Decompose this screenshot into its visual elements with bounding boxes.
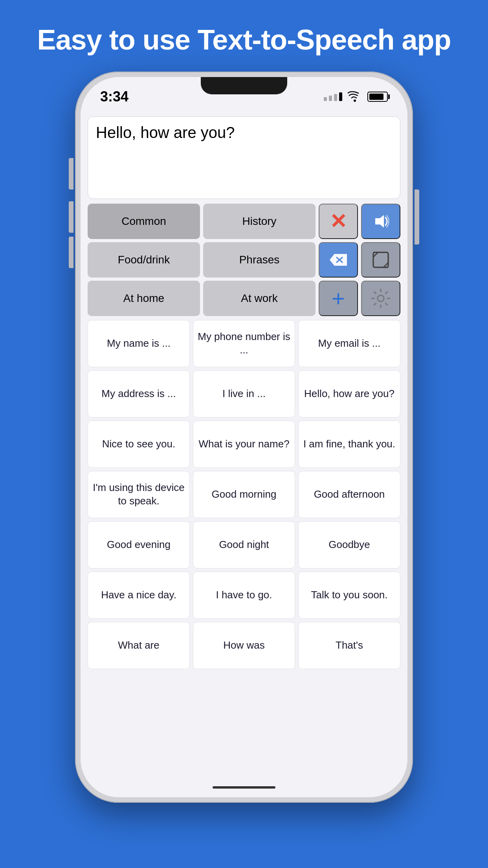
phrase-live-in[interactable]: I live in ...	[193, 370, 295, 417]
phrase-have-to-go[interactable]: I have to go.	[193, 572, 295, 619]
status-time: 3:34	[100, 88, 128, 105]
notch	[201, 77, 287, 94]
category-row-1: Common History ✕	[81, 204, 407, 239]
signal-icon	[324, 92, 342, 101]
gear-icon	[371, 289, 391, 308]
category-common-button[interactable]: Common	[88, 204, 200, 239]
status-icons	[324, 91, 388, 102]
phrase-good-night[interactable]: Good night	[193, 521, 295, 568]
backspace-button[interactable]	[319, 242, 358, 278]
home-indicator	[81, 778, 407, 797]
speak-button[interactable]	[361, 204, 400, 239]
svg-point-5	[378, 295, 384, 302]
app-content: Hello, how are you? Common History ✕	[81, 108, 407, 797]
phrase-phone-number[interactable]: My phone number is ...	[193, 320, 295, 367]
phrase-my-name-is[interactable]: My name is ...	[88, 320, 190, 367]
displayed-text: Hello, how are you?	[96, 124, 392, 142]
category-row-3: At home At work +	[81, 281, 407, 316]
phrase-talk-soon[interactable]: Talk to you soon.	[298, 572, 400, 619]
phone-frame: 3:34 He	[75, 72, 413, 803]
expand-button[interactable]	[361, 242, 400, 278]
battery-icon	[367, 92, 388, 102]
category-at-work-button[interactable]: At work	[203, 281, 316, 316]
phrase-what-name[interactable]: What is your name?	[193, 421, 295, 468]
phrase-i-am-fine[interactable]: I am fine, thank you.	[298, 421, 400, 468]
page-title: Easy to use Text-to-Speech app	[22, 0, 467, 72]
phrase-grid: My name is ... My phone number is ... My…	[81, 320, 407, 778]
category-phrases-button[interactable]: Phrases	[203, 242, 316, 278]
phrase-good-afternoon[interactable]: Good afternoon	[298, 471, 400, 518]
phrase-nice-day[interactable]: Have a nice day.	[88, 572, 190, 619]
category-row-2: Food/drink Phrases	[81, 242, 407, 278]
settings-button[interactable]	[361, 281, 400, 316]
phrase-how-was[interactable]: How was	[193, 622, 295, 669]
expand-icon	[371, 250, 391, 270]
add-phrase-button[interactable]: +	[319, 281, 358, 316]
home-bar	[213, 786, 275, 789]
phrase-hello-how[interactable]: Hello, how are you?	[298, 370, 400, 417]
text-display-area[interactable]: Hello, how are you?	[88, 116, 400, 199]
clear-button[interactable]: ✕	[319, 204, 358, 239]
phone-screen: 3:34 He	[81, 77, 407, 797]
svg-marker-1	[375, 215, 384, 228]
speaker-icon	[372, 213, 389, 229]
svg-point-0	[354, 99, 356, 102]
category-food-drink-button[interactable]: Food/drink	[88, 242, 200, 278]
phrase-email[interactable]: My email is ...	[298, 320, 400, 367]
phrase-address[interactable]: My address is ...	[88, 370, 190, 417]
wifi-icon	[348, 91, 362, 102]
category-history-button[interactable]: History	[203, 204, 316, 239]
phrase-using-device[interactable]: I'm using this device to speak.	[88, 471, 190, 518]
x-icon: ✕	[330, 210, 347, 233]
phrase-what-are[interactable]: What are	[88, 622, 190, 669]
phrase-thats[interactable]: That's	[298, 622, 400, 669]
phrase-goodbye[interactable]: Goodbye	[298, 521, 400, 568]
backspace-icon	[328, 252, 349, 267]
phrase-nice-to-see[interactable]: Nice to see you.	[88, 421, 190, 468]
phrase-good-evening[interactable]: Good evening	[88, 521, 190, 568]
plus-icon: +	[332, 287, 345, 310]
phrase-good-morning[interactable]: Good morning	[193, 471, 295, 518]
category-at-home-button[interactable]: At home	[88, 281, 200, 316]
